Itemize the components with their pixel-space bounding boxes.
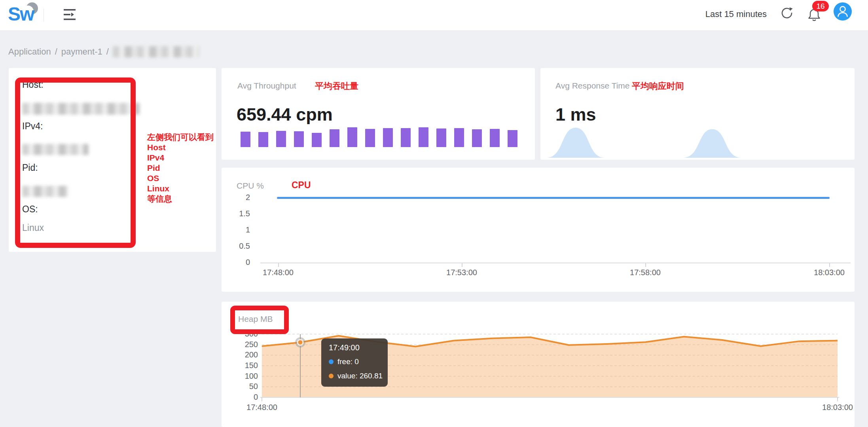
throughput-bar[interactable] — [454, 128, 464, 147]
hover-marker-dot — [298, 340, 303, 345]
throughput-bar[interactable] — [330, 129, 339, 147]
cpu-x-tick-label: 18:03:00 — [804, 268, 855, 277]
cpu-y-tick-label: 0.5 — [222, 242, 250, 251]
annotation-note-line: OS — [147, 173, 214, 183]
heap-y-tick-label: 100 — [230, 372, 258, 381]
heap-chart-title: Heap MB — [238, 314, 273, 324]
annotation-note-line: 左侧我们可以看到 — [147, 132, 214, 142]
heap-y-tick-label: 150 — [230, 361, 258, 370]
annotation-red-box-host — [15, 77, 136, 248]
throughput-bar[interactable] — [294, 131, 304, 147]
sidebar-collapse-icon[interactable] — [63, 9, 77, 21]
annotation-throughput: 平均吞吐量 — [315, 80, 358, 92]
throughput-title: Avg Throughput — [237, 81, 296, 91]
cpu-y-tick-label: 1 — [222, 225, 250, 234]
throughput-bar[interactable] — [436, 128, 446, 147]
cpu-x-axis-line — [260, 263, 851, 263]
heap-chart-card[interactable]: Heap MB 17:48:00 18:03:00 17:49:00 free:… — [222, 302, 855, 427]
response-bump — [683, 129, 741, 158]
throughput-bar[interactable] — [508, 130, 517, 147]
cpu-x-tick-label: 17:53:00 — [436, 268, 487, 277]
throughput-bar[interactable] — [490, 129, 500, 147]
throughput-bar[interactable] — [365, 129, 375, 147]
cpu-y-tick-label: 1.5 — [222, 209, 250, 218]
throughput-bar[interactable] — [401, 128, 411, 147]
cpu-line-series — [277, 197, 830, 199]
top-bar: Sw Last 15 minutes 16 — [0, 0, 868, 31]
breadcrumb-service[interactable]: payment-1 — [61, 47, 102, 57]
cpu-y-tick-label: 0 — [222, 258, 250, 267]
throughput-bar[interactable] — [312, 133, 322, 147]
cpu-chart-title: CPU % — [237, 181, 264, 191]
time-range-selector[interactable]: Last 15 minutes — [705, 9, 767, 19]
avg-response-time-card: Avg Response Time 平均响应时间 1 ms — [540, 68, 855, 160]
notification-count-badge: 16 — [812, 1, 829, 11]
response-sparkline[interactable] — [540, 68, 855, 160]
app-logo[interactable]: Sw — [8, 3, 34, 25]
breadcrumb-separator: / — [106, 47, 109, 57]
cpu-x-tick — [829, 263, 830, 267]
throughput-bar[interactable] — [276, 131, 286, 147]
cpu-x-tick-label: 17:48:00 — [252, 268, 304, 277]
annotation-note-line: Pid — [147, 163, 214, 173]
user-avatar[interactable] — [834, 2, 852, 21]
cpu-x-tick — [462, 263, 462, 267]
annotation-note-line: 等信息 — [147, 194, 214, 204]
heap-y-tick-label: 50 — [230, 382, 258, 391]
heap-y-tick-label: 0 — [230, 393, 258, 402]
heap-x-start-label: 17:48:00 — [236, 403, 288, 412]
breadcrumb-separator: / — [55, 47, 57, 57]
annotation-left-note: 左侧我们可以看到HostIPv4PidOSLinux等信息 — [147, 132, 214, 204]
heap-y-tick-label: 200 — [230, 350, 258, 359]
cpu-x-tick — [278, 263, 279, 267]
refresh-icon[interactable] — [779, 6, 794, 21]
throughput-bar[interactable] — [347, 127, 357, 147]
throughput-bar[interactable] — [472, 129, 482, 147]
throughput-bar[interactable] — [419, 127, 428, 147]
annotation-note-line: Host — [147, 142, 214, 153]
annotation-note-line: IPv4 — [147, 153, 214, 163]
breadcrumb-application[interactable]: Application — [8, 47, 51, 57]
cpu-y-tick-label: 2 — [222, 193, 250, 202]
response-bump — [546, 128, 605, 158]
throughput-bar[interactable] — [241, 132, 250, 147]
breadcrumb: Application / payment-1 / — [8, 45, 199, 58]
throughput-bar[interactable] — [258, 132, 268, 147]
throughput-value: 659.44 cpm — [237, 104, 333, 125]
avg-throughput-card: Avg Throughput 平均吞吐量 659.44 cpm — [222, 68, 535, 160]
heap-y-tick-label: 250 — [230, 340, 258, 349]
cpu-x-tick-label: 17:58:00 — [620, 268, 671, 277]
heap-x-end-label: 18:03:00 — [812, 403, 863, 412]
throughput-bar[interactable] — [383, 128, 393, 147]
annotation-note-line: Linux — [147, 183, 214, 194]
topbar-divider — [44, 9, 44, 21]
cpu-chart-card[interactable]: CPU % CPU 21.510.50 17:48:0017:53:0017:5… — [222, 168, 855, 292]
annotation-cpu: CPU — [292, 180, 311, 191]
heap-area-chart[interactable] — [222, 302, 855, 427]
breadcrumb-instance-redacted — [113, 46, 199, 57]
cpu-x-tick — [645, 263, 646, 267]
